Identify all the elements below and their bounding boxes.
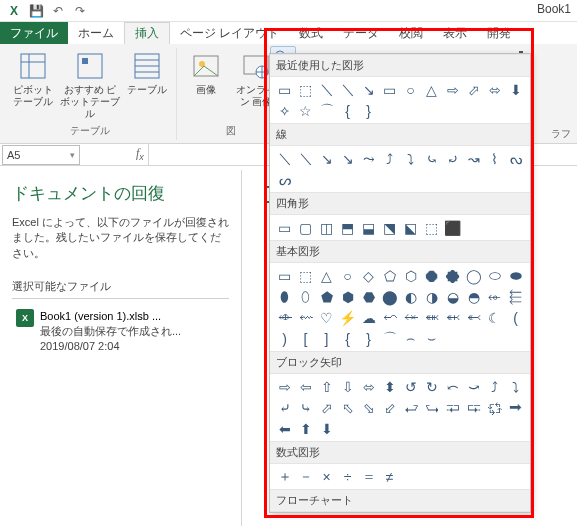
basic-shape-13[interactable]: ⬯ xyxy=(295,286,316,307)
basic-shape-19[interactable]: ◑ xyxy=(421,286,442,307)
recommended-pivot-button[interactable]: おすすめ ピボットテーブル xyxy=(60,48,120,120)
basic-shape-28[interactable]: ☁ xyxy=(358,307,379,328)
block-shape-6[interactable]: ↺ xyxy=(400,376,421,397)
recent-shape-15[interactable]: { xyxy=(337,100,358,121)
basic-shape-7[interactable]: ⯃ xyxy=(421,265,442,286)
tab-page-layout[interactable]: ページ レイアウト xyxy=(170,22,289,44)
basic-shape-30[interactable]: ⬾ xyxy=(400,307,421,328)
recent-shape-14[interactable]: ⌒ xyxy=(316,100,337,121)
basic-shape-38[interactable]: ] xyxy=(316,328,337,349)
line-shape-12[interactable]: ᔕ xyxy=(274,169,295,190)
block-shape-8[interactable]: ⤺ xyxy=(442,376,463,397)
basic-shape-23[interactable]: ⬱ xyxy=(505,286,526,307)
chevron-down-icon[interactable]: ▾ xyxy=(70,150,75,160)
tab-view[interactable]: 表示 xyxy=(433,22,477,44)
fx-icon[interactable]: fx xyxy=(136,146,144,162)
block-shape-14[interactable]: ⬀ xyxy=(316,397,337,418)
basic-shape-17[interactable]: ⬤ xyxy=(379,286,400,307)
basic-shape-26[interactable]: ♡ xyxy=(316,307,337,328)
redo-icon[interactable]: ↷ xyxy=(70,2,90,20)
rect-shape-4[interactable]: ⬓ xyxy=(358,217,379,238)
block-shape-9[interactable]: ⤻ xyxy=(463,376,484,397)
block-shape-17[interactable]: ⬃ xyxy=(379,397,400,418)
rect-shape-1[interactable]: ▢ xyxy=(295,217,316,238)
block-shape-18[interactable]: ⮐ xyxy=(400,397,421,418)
basic-shape-11[interactable]: ⬬ xyxy=(505,265,526,286)
rect-shape-3[interactable]: ⬒ xyxy=(337,217,358,238)
line-shape-1[interactable]: ＼ xyxy=(295,148,316,169)
recent-shape-1[interactable]: ⬚ xyxy=(295,79,316,100)
recent-shape-4[interactable]: ↘ xyxy=(358,79,379,100)
basic-shape-9[interactable]: ◯ xyxy=(463,265,484,286)
recent-shape-10[interactable]: ⬄ xyxy=(484,79,505,100)
block-shape-3[interactable]: ⇩ xyxy=(337,376,358,397)
block-shape-21[interactable]: ⮓ xyxy=(463,397,484,418)
line-shape-6[interactable]: ⤵ xyxy=(400,148,421,169)
block-shape-5[interactable]: ⬍ xyxy=(379,376,400,397)
basic-shape-16[interactable]: ⬣ xyxy=(358,286,379,307)
basic-shape-3[interactable]: ○ xyxy=(337,265,358,286)
basic-shape-29[interactable]: ⬿ xyxy=(379,307,400,328)
recent-shape-7[interactable]: △ xyxy=(421,79,442,100)
rect-shape-2[interactable]: ◫ xyxy=(316,217,337,238)
block-shape-26[interactable]: ⬇ xyxy=(316,418,337,439)
block-shape-16[interactable]: ⬂ xyxy=(358,397,379,418)
recent-shape-0[interactable]: ▭ xyxy=(274,79,295,100)
basic-shape-4[interactable]: ◇ xyxy=(358,265,379,286)
recent-shape-16[interactable]: } xyxy=(358,100,379,121)
tab-file[interactable]: ファイル xyxy=(0,22,68,44)
recovery-item[interactable]: X Book1 (version 1).xlsb ... 最後の自動保存で作成さ… xyxy=(12,305,229,358)
block-shape-12[interactable]: ⤶ xyxy=(274,397,295,418)
name-box[interactable]: A5 ▾ xyxy=(2,145,80,165)
save-icon[interactable]: 💾 xyxy=(26,2,46,20)
block-shape-15[interactable]: ⬁ xyxy=(337,397,358,418)
basic-shape-12[interactable]: ⬮ xyxy=(274,286,295,307)
equation-shape-5[interactable]: ≠ xyxy=(379,466,400,487)
basic-shape-1[interactable]: ⬚ xyxy=(295,265,316,286)
recent-shape-13[interactable]: ☆ xyxy=(295,100,316,121)
block-shape-13[interactable]: ⤷ xyxy=(295,397,316,418)
tab-insert[interactable]: 挿入 xyxy=(124,22,170,44)
recent-shape-2[interactable]: ＼ xyxy=(316,79,337,100)
block-shape-0[interactable]: ⇨ xyxy=(274,376,295,397)
table-button[interactable]: テーブル xyxy=(124,48,170,96)
equation-shape-1[interactable]: － xyxy=(295,466,316,487)
basic-shape-32[interactable]: ⬼ xyxy=(442,307,463,328)
block-shape-4[interactable]: ⬄ xyxy=(358,376,379,397)
basic-shape-33[interactable]: ⬻ xyxy=(463,307,484,328)
line-shape-11[interactable]: ᔓ xyxy=(505,148,526,169)
block-shape-7[interactable]: ↻ xyxy=(421,376,442,397)
basic-shape-15[interactable]: ⬢ xyxy=(337,286,358,307)
basic-shape-24[interactable]: ⬲ xyxy=(274,307,295,328)
block-shape-24[interactable]: ⬅ xyxy=(274,418,295,439)
tab-home[interactable]: ホーム xyxy=(68,22,124,44)
recent-shape-8[interactable]: ⇨ xyxy=(442,79,463,100)
basic-shape-5[interactable]: ⬠ xyxy=(379,265,400,286)
recent-shape-11[interactable]: ⬇ xyxy=(505,79,526,100)
recent-shape-9[interactable]: ⬀ xyxy=(463,79,484,100)
tab-data[interactable]: データ xyxy=(333,22,389,44)
line-shape-7[interactable]: ⤿ xyxy=(421,148,442,169)
pivot-table-button[interactable]: ピボット テーブル xyxy=(10,48,56,108)
basic-shape-25[interactable]: ⬳ xyxy=(295,307,316,328)
undo-icon[interactable]: ↶ xyxy=(48,2,68,20)
equation-shape-0[interactable]: ＋ xyxy=(274,466,295,487)
basic-shape-20[interactable]: ◒ xyxy=(442,286,463,307)
line-shape-3[interactable]: ↘ xyxy=(337,148,358,169)
basic-shape-31[interactable]: ⬽ xyxy=(421,307,442,328)
basic-shape-40[interactable]: } xyxy=(358,328,379,349)
recent-shape-5[interactable]: ▭ xyxy=(379,79,400,100)
shapes-gallery-dropdown[interactable]: 最近使用した図形 ▭⬚＼＼↘▭○△⇨⬀⬄⬇⟡☆⌒{} 線 ＼＼↘↘⤳⤴⤵⤿⤾↝⌇… xyxy=(269,53,531,513)
basic-shape-35[interactable]: ( xyxy=(505,307,526,328)
block-shape-11[interactable]: ⤵ xyxy=(505,376,526,397)
rect-shape-5[interactable]: ⬔ xyxy=(379,217,400,238)
basic-shape-18[interactable]: ◐ xyxy=(400,286,421,307)
basic-shape-14[interactable]: ⬟ xyxy=(316,286,337,307)
rect-shape-0[interactable]: ▭ xyxy=(274,217,295,238)
basic-shape-41[interactable]: ⌒ xyxy=(379,328,400,349)
basic-shape-2[interactable]: △ xyxy=(316,265,337,286)
rect-shape-7[interactable]: ⬚ xyxy=(421,217,442,238)
block-shape-20[interactable]: ⮒ xyxy=(442,397,463,418)
line-shape-0[interactable]: ＼ xyxy=(274,148,295,169)
equation-shape-4[interactable]: ＝ xyxy=(358,466,379,487)
